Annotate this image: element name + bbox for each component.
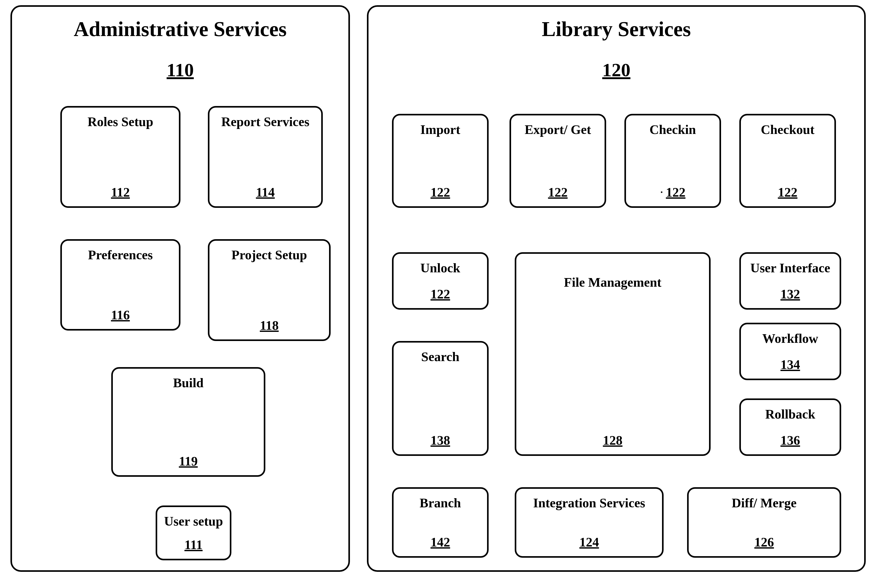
- admin-services-panel: Administrative Services 110 Roles Setup …: [11, 5, 350, 572]
- search-ref: 138: [393, 433, 487, 448]
- rollback-label: Rollback: [741, 406, 840, 422]
- rollback-box: Rollback 136: [739, 399, 841, 456]
- checkout-box: Checkout 122: [739, 114, 836, 208]
- branch-ref: 142: [393, 534, 487, 550]
- search-label: Search: [393, 349, 487, 364]
- integration-services-label: Integration Services: [516, 495, 662, 510]
- admin-title: Administrative Services: [12, 17, 348, 41]
- report-services-label: Report Services: [209, 114, 321, 129]
- export-box: Export/ Get 122: [510, 114, 606, 208]
- admin-ref: 110: [12, 59, 348, 81]
- import-label: Import: [393, 122, 487, 137]
- roles-setup-box: Roles Setup 112: [60, 106, 180, 208]
- export-ref: 122: [511, 184, 605, 200]
- user-setup-label: User setup: [157, 514, 230, 529]
- branch-label: Branch: [393, 495, 487, 510]
- user-interface-box: User Interface 132: [739, 252, 841, 310]
- diff-merge-label: Diff/ Merge: [689, 495, 840, 510]
- unlock-ref: 122: [393, 286, 487, 302]
- build-box: Build 119: [111, 367, 265, 477]
- roles-setup-label: Roles Setup: [62, 114, 179, 129]
- unlock-label: Unlock: [393, 260, 487, 276]
- user-interface-label: User Interface: [741, 260, 840, 276]
- preferences-box: Preferences 116: [60, 239, 180, 330]
- preferences-ref: 116: [62, 308, 179, 322]
- checkout-label: Checkout: [741, 122, 834, 137]
- file-management-label: File Management: [516, 274, 709, 290]
- integration-services-ref: 124: [516, 534, 662, 550]
- library-services-panel: Library Services 120 Import 122 Export/ …: [367, 5, 866, 572]
- workflow-ref: 134: [741, 357, 840, 372]
- integration-services-box: Integration Services 124: [515, 487, 663, 558]
- workflow-label: Workflow: [741, 331, 840, 346]
- checkin-label: Checkin: [626, 122, 719, 137]
- build-ref: 119: [113, 453, 264, 469]
- workflow-box: Workflow 134: [739, 323, 841, 380]
- diff-merge-ref: 126: [689, 534, 840, 550]
- import-ref: 122: [393, 184, 487, 200]
- user-setup-ref: 111: [157, 537, 230, 552]
- export-label: Export/ Get: [511, 122, 605, 137]
- library-ref: 120: [368, 59, 864, 81]
- report-services-ref: 114: [209, 184, 321, 200]
- import-box: Import 122: [392, 114, 489, 208]
- user-setup-box: User setup 111: [156, 506, 231, 560]
- rollback-ref: 136: [741, 433, 840, 448]
- checkin-box: Checkin ·122: [624, 114, 721, 208]
- preferences-label: Preferences: [62, 247, 179, 262]
- report-services-box: Report Services 114: [208, 106, 323, 208]
- build-label: Build: [113, 375, 264, 390]
- checkout-ref: 122: [741, 184, 834, 200]
- search-box: Search 138: [392, 341, 489, 456]
- file-management-box: File Management 128: [515, 252, 711, 456]
- user-interface-ref: 132: [741, 286, 840, 302]
- branch-box: Branch 142: [392, 487, 489, 558]
- roles-setup-ref: 112: [62, 184, 179, 200]
- file-management-ref: 128: [516, 433, 709, 448]
- project-setup-box: Project Setup 118: [208, 239, 331, 341]
- project-setup-ref: 118: [209, 318, 329, 333]
- library-title: Library Services: [368, 17, 864, 41]
- project-setup-label: Project Setup: [209, 247, 329, 262]
- checkin-ref: ·122: [626, 184, 719, 200]
- diff-merge-box: Diff/ Merge 126: [687, 487, 841, 558]
- unlock-box: Unlock 122: [392, 252, 489, 310]
